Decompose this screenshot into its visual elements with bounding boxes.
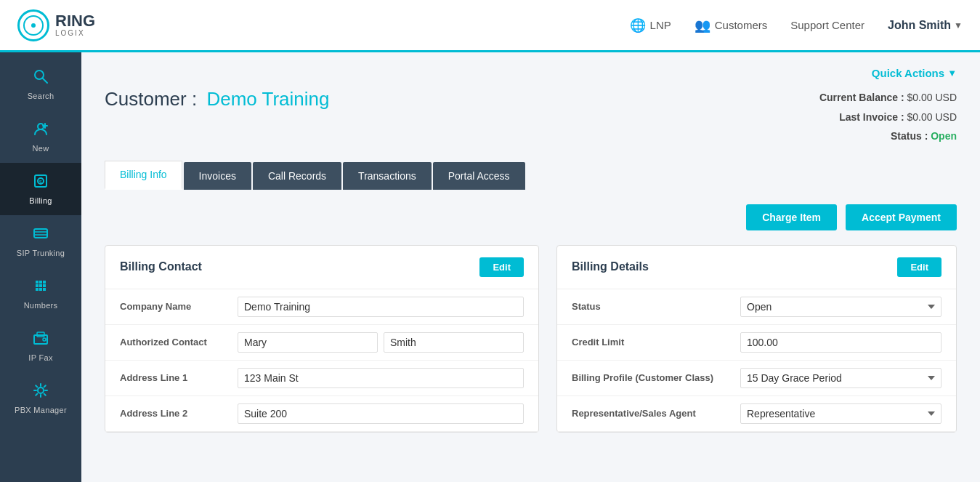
sidebar-item-pbx-manager[interactable]: PBX Manager bbox=[0, 372, 81, 425]
lnp-label: LNP bbox=[650, 19, 671, 31]
address-line2-label: Address Line 2 bbox=[120, 408, 229, 419]
svg-point-13 bbox=[43, 338, 46, 341]
quick-actions-button[interactable]: Quick Actions ▼ bbox=[872, 67, 957, 79]
billing-icon: $ bbox=[33, 173, 49, 193]
sidebar-new-label: New bbox=[33, 144, 49, 153]
billing-contact-card: Billing Contact Edit Company Name Author… bbox=[105, 245, 539, 433]
billing-details-card-header: Billing Details Edit bbox=[557, 246, 956, 289]
current-balance-row: Current Balance : $0.00 USD bbox=[819, 88, 957, 108]
billing-details-edit-button[interactable]: Edit bbox=[897, 257, 941, 277]
last-invoice-row: Last Invoice : $0.00 USD bbox=[819, 108, 957, 127]
customer-prefix: Customer : bbox=[105, 88, 197, 110]
customers-icon: 👥 bbox=[694, 17, 710, 33]
status-field-label: Status bbox=[572, 301, 732, 312]
numbers-icon bbox=[33, 278, 49, 298]
sidebar-item-numbers[interactable]: Numbers bbox=[0, 268, 81, 320]
billing-contact-edit-button[interactable]: Edit bbox=[479, 257, 524, 277]
sidebar-item-ip-fax[interactable]: IP Fax bbox=[0, 320, 81, 372]
main-content: Quick Actions ▼ Customer : Demo Training… bbox=[81, 52, 980, 482]
tab-portal-access[interactable]: Portal Access bbox=[433, 162, 525, 190]
credit-limit-row: Credit Limit bbox=[557, 325, 956, 361]
last-invoice-label: Last Invoice : bbox=[839, 111, 904, 123]
billing-contact-title: Billing Contact bbox=[120, 260, 202, 273]
credit-limit-input[interactable] bbox=[740, 332, 941, 353]
status-field-row: Status Open bbox=[557, 289, 956, 325]
support-link[interactable]: Support Center bbox=[790, 19, 864, 31]
tab-invoices[interactable]: Invoices bbox=[184, 162, 251, 190]
action-buttons: Charge Item Accept Payment bbox=[105, 204, 957, 230]
lnp-link[interactable]: 🌐 LNP bbox=[630, 17, 671, 33]
current-balance-label: Current Balance : bbox=[819, 92, 904, 103]
status-label: Status : bbox=[891, 130, 928, 142]
sidebar-item-billing[interactable]: $ Billing bbox=[0, 163, 81, 215]
top-nav-right: 🌐 LNP 👥 Customers Support Center John Sm… bbox=[630, 17, 963, 33]
tab-call-records[interactable]: Call Records bbox=[253, 162, 341, 190]
company-name-row: Company Name bbox=[105, 289, 538, 325]
svg-text:$: $ bbox=[39, 179, 43, 185]
authorized-contact-label: Authorized Contact bbox=[120, 337, 229, 348]
support-label: Support Center bbox=[790, 19, 864, 31]
last-invoice-value: $0.00 USD bbox=[907, 111, 957, 123]
logo-icon bbox=[17, 9, 49, 41]
ip-fax-icon bbox=[33, 330, 49, 350]
svg-point-14 bbox=[38, 387, 44, 393]
customer-name: Demo Training bbox=[206, 88, 329, 110]
representative-select[interactable]: Representative bbox=[740, 403, 941, 424]
billing-profile-row: Billing Profile (Customer Class) 15 Day … bbox=[557, 361, 956, 396]
pbx-manager-icon bbox=[33, 382, 49, 403]
customers-link[interactable]: 👥 Customers bbox=[694, 17, 768, 33]
charge-item-button[interactable]: Charge Item bbox=[746, 204, 837, 230]
address-line2-input[interactable] bbox=[238, 403, 524, 424]
status-select[interactable]: Open bbox=[740, 297, 941, 317]
customer-title: Customer : Demo Training bbox=[105, 88, 329, 111]
user-menu[interactable]: John Smith ▼ bbox=[888, 19, 963, 32]
logo-sub: LOGIX bbox=[55, 29, 95, 37]
address-line2-row: Address Line 2 bbox=[105, 396, 538, 432]
svg-line-1 bbox=[43, 79, 48, 84]
lnp-icon: 🌐 bbox=[630, 17, 646, 33]
tab-transactions[interactable]: Transactions bbox=[343, 162, 432, 190]
representative-label: Representative/Sales Agent bbox=[572, 408, 732, 419]
address-line1-input[interactable] bbox=[238, 368, 524, 388]
address-line1-row: Address Line 1 bbox=[105, 361, 538, 396]
sidebar-item-search[interactable]: Search bbox=[0, 58, 81, 111]
logo-text-block: RING LOGIX bbox=[55, 13, 95, 37]
sidebar-ipfax-label: IP Fax bbox=[28, 353, 52, 362]
company-name-label: Company Name bbox=[120, 301, 229, 312]
user-menu-arrow: ▼ bbox=[954, 20, 963, 31]
sidebar-numbers-label: Numbers bbox=[24, 301, 58, 310]
customers-label: Customers bbox=[715, 19, 768, 31]
user-name: John Smith bbox=[888, 19, 951, 32]
sip-trunking-icon bbox=[33, 225, 49, 246]
address-line1-label: Address Line 1 bbox=[120, 372, 229, 383]
company-name-input[interactable] bbox=[238, 297, 524, 317]
accept-payment-button[interactable]: Accept Payment bbox=[846, 204, 957, 230]
top-nav: RING LOGIX 🌐 LNP 👥 Customers Support Cen… bbox=[0, 0, 980, 52]
search-icon bbox=[33, 68, 49, 89]
sidebar: Search New $ Billing bbox=[0, 52, 81, 482]
sidebar-sip-label: SIP Trunking bbox=[17, 249, 65, 257]
sidebar-search-label: Search bbox=[28, 92, 54, 100]
credit-limit-label: Credit Limit bbox=[572, 337, 732, 348]
billing-profile-select[interactable]: 15 Day Grace Period bbox=[740, 368, 941, 388]
status-row: Status : Open bbox=[819, 126, 957, 146]
representative-row: Representative/Sales Agent Representativ… bbox=[557, 396, 956, 432]
authorized-contact-first-input[interactable] bbox=[238, 332, 378, 353]
tab-billing-info[interactable]: Billing Info bbox=[105, 161, 182, 190]
sidebar-item-new[interactable]: New bbox=[0, 111, 81, 163]
sidebar-billing-label: Billing bbox=[29, 196, 52, 205]
billing-details-card: Billing Details Edit Status Open Credit … bbox=[556, 245, 957, 433]
cards-row: Billing Contact Edit Company Name Author… bbox=[105, 245, 957, 433]
quick-actions-label: Quick Actions bbox=[872, 67, 944, 79]
quick-actions-arrow: ▼ bbox=[947, 68, 957, 79]
logo[interactable]: RING LOGIX bbox=[17, 9, 95, 41]
sidebar-item-sip-trunking[interactable]: SIP Trunking bbox=[0, 215, 81, 268]
billing-details-title: Billing Details bbox=[572, 260, 649, 273]
current-balance-value: $0.00 USD bbox=[907, 92, 957, 103]
svg-rect-8 bbox=[34, 229, 47, 238]
authorized-contact-row: Authorized Contact bbox=[105, 325, 538, 361]
authorized-contact-last-input[interactable] bbox=[384, 332, 524, 353]
logo-brand: RING bbox=[55, 13, 95, 29]
quick-actions-bar: Quick Actions ▼ bbox=[105, 67, 957, 79]
sidebar-pbx-label: PBX Manager bbox=[15, 406, 67, 414]
